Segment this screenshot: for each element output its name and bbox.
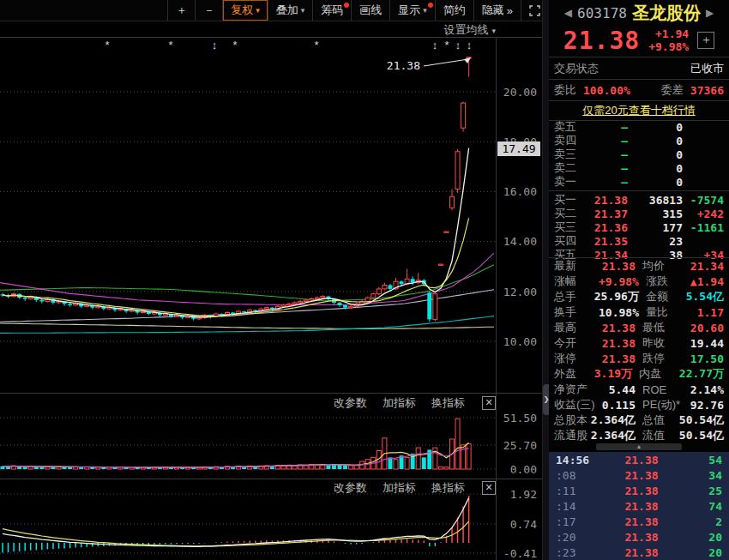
price-axis-label-5: 10.00 [503, 335, 537, 348]
toolbar-button-label: 显示 [398, 3, 420, 18]
stats-row-1: 涨幅+9.98%涨跌▲1.94 [549, 274, 729, 289]
close-icon[interactable]: ✕ [482, 396, 496, 410]
toolbar-button-label: 筹码 [321, 3, 343, 18]
stock-code: 603178 [577, 5, 627, 21]
tick-row-5: :2021.3820 [549, 529, 729, 545]
weibi-row: 委比 100.00% 委差 37366 [549, 80, 729, 101]
event-marker-icon[interactable]: ↕ [432, 39, 438, 51]
macd-panel-menu: 改参数加指标换指标✕ [0, 481, 496, 495]
tick-row-0: 14:5621.3854 [549, 452, 729, 467]
candlestick-chart[interactable]: **↕**↕*↕↕21.38 [0, 37, 496, 393]
stats-row-2: 总手25.96万金额5.54亿 [549, 289, 729, 304]
order-book-divider [549, 190, 729, 191]
trade-status-label: 交易状态 [554, 61, 599, 76]
toolbar-button-simple[interactable]: 简约 [435, 0, 473, 21]
macd-menu-item-2[interactable]: 换指标 [431, 480, 465, 496]
toolbar-button-overlay[interactable]: 叠加▾ [268, 0, 313, 21]
axis-divider [496, 37, 497, 560]
toolbar-button-label: 画线 [359, 3, 382, 18]
toolbar-button-label: 简约 [443, 3, 466, 18]
toolbar-button-chips[interactable]: 筹码 [312, 0, 351, 21]
stats-collapse-bar[interactable]: ▲ [596, 443, 682, 450]
toolbar-button-label: ＋ [176, 3, 187, 18]
toolbar-button-zoom-in[interactable]: ＋ [167, 0, 195, 21]
price-axis-label-4: 12.00 [503, 286, 537, 298]
event-marker-icon[interactable]: ↕ [455, 39, 461, 51]
toolbar-button-display[interactable]: 显示▾ [389, 0, 435, 21]
event-marker-icon[interactable]: * [168, 39, 172, 51]
add-to-watchlist-button[interactable]: ＋ [697, 32, 714, 49]
toolbar-button-fuquan[interactable]: 复权▾ [222, 0, 268, 21]
chevron-down-icon: ▾ [301, 6, 305, 15]
weibi-label: 委比 [554, 82, 576, 98]
stats-row-10: 总股本2.364亿总值50.54亿 [549, 412, 729, 428]
sell-row-2: 卖二—0 [549, 161, 729, 175]
toolbar-button-label: － [203, 3, 214, 18]
toolbar-button-label: 复权 [231, 3, 253, 18]
event-marker-icon[interactable]: ↕ [212, 39, 218, 51]
ma-settings-label: 设置均线 [443, 23, 488, 36]
macd-menu-item-0[interactable]: 改参数 [334, 480, 367, 496]
stats-row-3: 换手10.98%量比1.17 [549, 304, 729, 320]
event-marker-icon[interactable]: * [314, 39, 318, 51]
sell-row-3: 卖三—0 [549, 148, 729, 161]
ma-settings-dropdown[interactable]: 设置均线▾ [401, 22, 496, 38]
toolbar-button-zoom-out[interactable]: － [195, 0, 222, 21]
event-marker-icon[interactable]: ↕ [467, 39, 473, 51]
ma5-price-tag: 17.49 [497, 142, 540, 156]
stock-name: 圣龙股份 [632, 2, 701, 25]
price-axis-label-0: 20.00 [503, 86, 537, 99]
volume-axis-label-1: 25.70 [503, 439, 537, 452]
sell-row-4: 卖四—0 [549, 134, 729, 148]
macd-axis-label-1: 0.74 [510, 518, 537, 531]
order-book: 卖五—0卖四—0卖三—0卖二—0卖一—0买一21.3836813-7574买二2… [549, 120, 729, 262]
stats-row-6: 涨停21.38跌停17.50 [549, 351, 729, 366]
macd-menu-item-1[interactable]: 加指标 [383, 480, 416, 496]
stats-row-11: 流通股2.364亿流值50.54亿 [549, 428, 729, 443]
event-marker-icon[interactable]: * [444, 39, 449, 51]
volume-menu-item-2[interactable]: 换指标 [431, 395, 465, 411]
toolbar-button-draw-line[interactable]: 画线 [351, 0, 389, 21]
buy-row-3: 买三21.36177-1161 [549, 220, 729, 234]
buy-row-2: 买二21.37315+242 [549, 207, 729, 220]
tick-row-6: :2321.3820 [549, 545, 729, 560]
trade-status-value: 已收市 [690, 61, 724, 76]
quote-panel: ◀ 603178 圣龙股份 ▶ 21.38 +1.94 +9.98% ＋ 交易状… [549, 0, 729, 560]
quote-header: ◀ 603178 圣龙股份 ▶ 21.38 +1.94 +9.98% ＋ [549, 0, 729, 57]
stats-row-9: 收益(三)0.115PE(动)*92.76 [549, 397, 729, 412]
last-price-annotation: 21.38 [387, 59, 420, 72]
tick-row-1: :0821.3834 [549, 467, 729, 483]
volume-menu-item-1[interactable]: 加指标 [383, 395, 416, 411]
price-change: +1.94 [655, 27, 689, 40]
sell-row-5: 卖五—0 [549, 120, 729, 134]
stats-row-4: 最高21.38最低20.60 [549, 320, 729, 335]
event-marker-icon[interactable]: * [232, 39, 237, 51]
promo-row: 仅需20元查看十档行情 [549, 100, 729, 121]
sell-row-1: 卖一—0 [549, 175, 729, 189]
chevron-down-icon: ▾ [491, 27, 496, 35]
last-price: 21.38 [563, 27, 640, 55]
price-axis-label-3: 14.00 [503, 235, 537, 248]
volume-panel-menu: 改参数加指标换指标✕ [0, 396, 496, 410]
price-axis-gutter: 20.0018.0016.0014.0012.0010.0051.5025.70… [496, 37, 542, 560]
volume-menu-item-0[interactable]: 改参数 [334, 395, 367, 411]
stats-row-7: 外盘3.19万内盘22.77万 [549, 366, 729, 382]
volume-axis-label-0: 51.50 [503, 412, 537, 425]
next-stock-icon[interactable]: ▶ [706, 7, 714, 19]
level2-promo-link[interactable]: 仅需20元查看十档行情 [582, 103, 695, 118]
tick-list[interactable]: 14:5621.3854:0821.3834:1121.3825:1421.38… [549, 452, 729, 560]
buy-row-4: 买四21.3523 [549, 234, 729, 248]
toolbar-button-label: 叠加 [276, 3, 298, 18]
notification-dot-icon [344, 3, 349, 8]
macd-axis-label-2: -0.41 [503, 547, 537, 560]
prev-stock-icon[interactable]: ◀ [564, 7, 572, 19]
close-icon[interactable]: ✕ [482, 481, 496, 495]
macd-axis-label-0: 1.92 [510, 488, 537, 501]
stats-row-5: 今开21.38昨收19.44 [549, 335, 729, 351]
event-marker-icon[interactable]: * [105, 39, 109, 51]
price-change-pct: +9.98% [648, 40, 689, 53]
tick-row-3: :1421.3874 [549, 498, 729, 514]
toolbar-button-label: 隐藏 [482, 3, 504, 18]
toolbar-button-hide[interactable]: 隐藏» [473, 0, 521, 21]
change-block: +1.94 +9.98% [648, 27, 689, 53]
